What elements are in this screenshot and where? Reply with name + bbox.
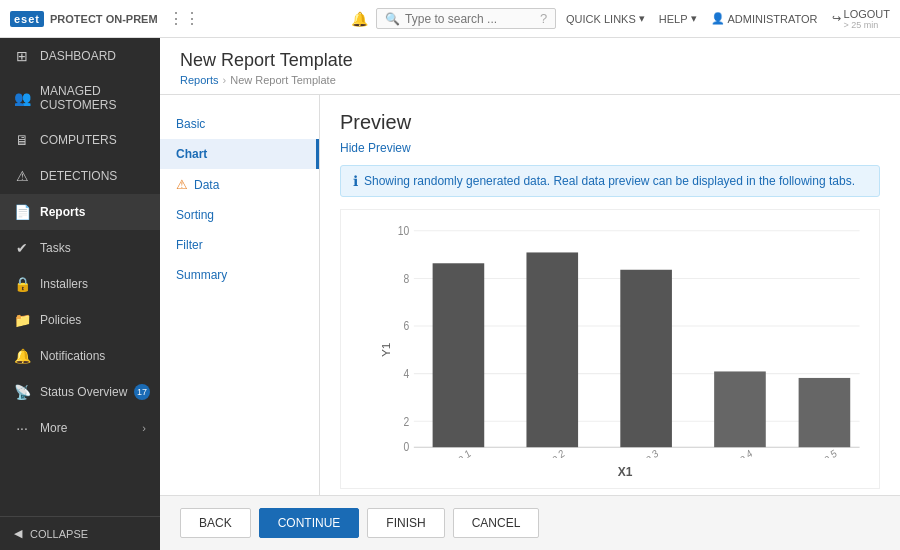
svg-text:Value 2: Value 2 [534, 447, 566, 458]
detections-icon: ⚠ [14, 168, 30, 184]
svg-text:2: 2 [403, 415, 409, 428]
search-icon: 🔍 [385, 12, 400, 26]
quick-links-button[interactable]: QUICK LINKS ▾ [566, 12, 645, 25]
status-icon: 📡 [14, 384, 30, 400]
policies-icon: 📁 [14, 312, 30, 328]
sidebar-item-label: DASHBOARD [40, 49, 116, 63]
search-box: 🔍 ? [376, 8, 556, 29]
svg-text:Value 1: Value 1 [440, 447, 472, 458]
warning-icon: ⚠ [176, 177, 188, 192]
info-icon: ℹ [353, 173, 358, 189]
logout-icon: ↪ [832, 12, 841, 25]
sidebar-item-detections[interactable]: ⚠ DETECTIONS [0, 158, 160, 194]
step-data[interactable]: ⚠ Data [160, 169, 319, 200]
bar-1 [433, 263, 485, 447]
svg-text:6: 6 [403, 320, 409, 333]
content-area: New Report Template Reports › New Report… [160, 38, 900, 550]
sidebar-item-label: Installers [40, 277, 88, 291]
preview-area: Preview Hide Preview ℹ Showing randomly … [320, 95, 900, 495]
grid-icon[interactable]: ⋮⋮ [168, 9, 200, 28]
help-circle-icon[interactable]: ? [540, 11, 547, 26]
sidebar-item-label: More [40, 421, 67, 435]
finish-button[interactable]: FINISH [367, 508, 444, 538]
back-button[interactable]: BACK [180, 508, 251, 538]
preview-title: Preview [340, 111, 880, 134]
sidebar-item-computers[interactable]: 🖥 COMPUTERS [0, 122, 160, 158]
page-header: New Report Template Reports › New Report… [160, 38, 900, 95]
computers-icon: 🖥 [14, 132, 30, 148]
sidebar-item-label: Policies [40, 313, 81, 327]
info-banner: ℹ Showing randomly generated data. Real … [340, 165, 880, 197]
sidebar-item-reports[interactable]: 📄 Reports [0, 194, 160, 230]
continue-button[interactable]: CONTINUE [259, 508, 360, 538]
svg-text:4: 4 [403, 367, 409, 380]
page-title: New Report Template [180, 50, 880, 71]
collapse-button[interactable]: ◀ COLLAPSE [0, 517, 160, 550]
svg-text:Value 3: Value 3 [628, 447, 660, 458]
customers-icon: 👥 [14, 90, 30, 106]
breadcrumb-current: New Report Template [230, 74, 336, 86]
search-input[interactable] [405, 12, 535, 26]
sidebar-item-installers[interactable]: 🔒 Installers [0, 266, 160, 302]
logout-button[interactable]: ↪ LOGOUT > 25 min [832, 8, 890, 30]
cancel-button[interactable]: CANCEL [453, 508, 540, 538]
sidebar-item-label: Reports [40, 205, 85, 219]
step-label: Basic [176, 117, 205, 131]
top-navigation: eset PROTECT ON-PREM ⋮⋮ 🔔 🔍 ? QUICK LINK… [0, 0, 900, 38]
dashboard-icon: ⊞ [14, 48, 30, 64]
inner-layout: Basic Chart ⚠ Data Sorting Filter Summar… [160, 95, 900, 495]
sidebar-item-managed-customers[interactable]: 👥 MANAGED CUSTOMERS [0, 74, 160, 122]
bar-2 [526, 252, 578, 447]
status-badge: 17 [134, 384, 150, 400]
step-filter[interactable]: Filter [160, 230, 319, 260]
sidebar-item-label: Tasks [40, 241, 71, 255]
sidebar-item-more[interactable]: ··· More › [0, 410, 160, 446]
bell-icon[interactable]: 🔔 [351, 11, 368, 27]
bar-5 [799, 378, 851, 447]
svg-text:Value 4: Value 4 [722, 447, 754, 458]
sidebar-bottom: ◀ COLLAPSE [0, 516, 160, 550]
more-chevron-icon: › [142, 422, 146, 434]
sidebar: ⊞ DASHBOARD 👥 MANAGED CUSTOMERS 🖥 COMPUT… [0, 38, 160, 550]
eset-logo: eset [10, 11, 44, 27]
svg-text:Value 5: Value 5 [806, 447, 838, 458]
step-summary[interactable]: Summary [160, 260, 319, 290]
svg-text:10: 10 [398, 224, 409, 237]
svg-text:0: 0 [403, 441, 409, 454]
sidebar-item-dashboard[interactable]: ⊞ DASHBOARD [0, 38, 160, 74]
hide-preview-link[interactable]: Hide Preview [340, 141, 411, 155]
sidebar-item-tasks[interactable]: ✔ Tasks [0, 230, 160, 266]
step-basic[interactable]: Basic [160, 109, 319, 139]
user-menu-button[interactable]: 👤 ADMINISTRATOR [711, 12, 818, 25]
collapse-label: COLLAPSE [30, 528, 88, 540]
help-button[interactable]: HELP ▾ [659, 12, 697, 25]
main-layout: ⊞ DASHBOARD 👥 MANAGED CUSTOMERS 🖥 COMPUT… [0, 38, 900, 550]
footer-buttons: BACK CONTINUE FINISH CANCEL [160, 495, 900, 550]
breadcrumb-separator: › [223, 74, 227, 86]
breadcrumb: Reports › New Report Template [180, 74, 880, 86]
sidebar-item-label: COMPUTERS [40, 133, 117, 147]
bar-3 [620, 270, 672, 447]
installers-icon: 🔒 [14, 276, 30, 292]
chevron-down-icon: ▾ [691, 12, 697, 25]
chevron-down-icon: ▾ [639, 12, 645, 25]
collapse-icon: ◀ [14, 527, 22, 540]
breadcrumb-parent-link[interactable]: Reports [180, 74, 219, 86]
step-sorting[interactable]: Sorting [160, 200, 319, 230]
sidebar-item-notifications[interactable]: 🔔 Notifications [0, 338, 160, 374]
protect-label: PROTECT ON-PREM [50, 13, 158, 25]
step-label: Filter [176, 238, 203, 252]
sidebar-item-label: Notifications [40, 349, 105, 363]
sidebar-item-label: MANAGED CUSTOMERS [40, 84, 146, 112]
sidebar-item-label: Status Overview [40, 385, 127, 399]
x-axis-label: X1 [381, 465, 869, 479]
step-label: Data [194, 178, 219, 192]
chart-container: 0 2 4 6 8 10 Y1 [340, 209, 880, 489]
tasks-icon: ✔ [14, 240, 30, 256]
bar-4 [714, 371, 766, 447]
logo-area: eset PROTECT ON-PREM [10, 11, 158, 27]
more-icon: ··· [14, 420, 30, 436]
sidebar-item-status-overview[interactable]: 📡 Status Overview 17 [0, 374, 160, 410]
step-chart[interactable]: Chart [160, 139, 319, 169]
sidebar-item-policies[interactable]: 📁 Policies [0, 302, 160, 338]
